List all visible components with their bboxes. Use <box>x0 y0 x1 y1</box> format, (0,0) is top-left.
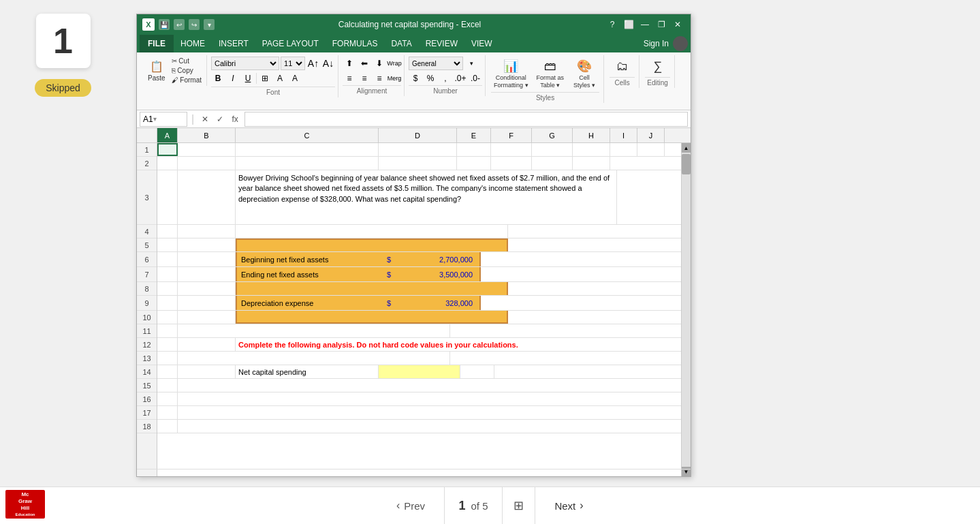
next-button[interactable]: Next › <box>535 487 603 525</box>
col-header-i[interactable]: I <box>610 128 637 142</box>
cell-ref-dropdown[interactable]: ▾ <box>153 115 157 123</box>
menu-page-layout[interactable]: PAGE LAYOUT <box>255 35 326 52</box>
wrap-text-button[interactable]: Wrap <box>388 57 401 70</box>
help-button[interactable]: ? <box>605 17 620 32</box>
menu-home[interactable]: HOME <box>174 35 212 52</box>
col-header-b[interactable]: B <box>178 128 236 142</box>
italic-button[interactable]: I <box>226 72 240 85</box>
dollar1-cell[interactable]: $ <box>379 252 399 266</box>
label1-cell[interactable]: Beginning net fixed assets <box>236 252 379 266</box>
dollar2-cell[interactable]: $ <box>379 267 399 281</box>
col-header-d[interactable]: D <box>379 128 457 142</box>
value1-cell[interactable]: 2,700,000 <box>399 252 481 266</box>
increase-font-button[interactable]: A↑ <box>306 57 320 70</box>
grid-view-button[interactable]: ⊞ <box>503 487 535 525</box>
grid-cell-a1[interactable] <box>157 143 178 156</box>
grid-cell-g1[interactable] <box>532 143 573 156</box>
align-middle-button[interactable]: ⬅ <box>358 57 371 70</box>
font-color-button[interactable]: A <box>288 72 302 85</box>
format-painter-button[interactable]: 🖌 Format <box>170 76 204 84</box>
label3-cell[interactable]: Depreciation expense <box>236 296 379 310</box>
insert-function-button[interactable]: fx <box>228 112 242 126</box>
scroll-thumb[interactable] <box>682 154 691 174</box>
cell-reference-box[interactable]: A1 ▾ <box>140 112 187 127</box>
save-icon[interactable]: 💾 <box>159 19 170 30</box>
conditional-formatting-button[interactable]: 📊 ConditionalFormatting ▾ <box>491 57 531 91</box>
merge-center-button[interactable]: Merg <box>388 72 401 85</box>
align-bottom-button[interactable]: ⬇ <box>373 57 386 70</box>
undo-icon[interactable]: ↩ <box>174 19 185 30</box>
redo-icon[interactable]: ↪ <box>189 19 200 30</box>
format-as-table-button[interactable]: 🗃 Format asTable ▾ <box>534 57 567 91</box>
copy-button[interactable]: ⎘ Copy <box>170 66 204 75</box>
bold-button[interactable]: B <box>211 72 225 85</box>
menu-formulas[interactable]: FORMULAS <box>326 35 385 52</box>
menu-insert[interactable]: INSERT <box>212 35 255 52</box>
maximize-button[interactable]: ❐ <box>654 17 669 32</box>
font-row1: Calibri 11 A↑ A↓ <box>211 57 335 70</box>
styles-group: 📊 ConditionalFormatting ▾ 🗃 Format asTab… <box>487 55 604 103</box>
font-size-select[interactable]: 11 <box>281 57 305 70</box>
col-header-a[interactable]: A <box>157 128 178 142</box>
grid-cell-h1[interactable] <box>573 143 610 156</box>
col-header-h[interactable]: H <box>573 128 610 142</box>
scroll-up-button[interactable]: ▲ <box>682 143 691 153</box>
prev-button[interactable]: ‹ Prev <box>377 487 445 525</box>
formula-input[interactable] <box>244 112 688 127</box>
align-left-button[interactable]: ≡ <box>343 72 356 85</box>
value3-cell[interactable]: 328,000 <box>399 296 481 310</box>
underline-button[interactable]: U <box>241 72 255 85</box>
customize-icon[interactable]: ▾ <box>204 19 215 30</box>
grid-cell-i1[interactable] <box>610 143 637 156</box>
col-header-c[interactable]: C <box>236 128 379 142</box>
ncs-value-cell[interactable] <box>379 365 460 378</box>
row-header-10: 10 <box>137 311 157 324</box>
font-family-select[interactable]: Calibri <box>211 57 279 70</box>
grid-cell-c1[interactable] <box>236 143 379 156</box>
dollar3-cell[interactable]: $ <box>379 296 399 310</box>
grid-cell-e1[interactable] <box>457 143 491 156</box>
paste-button[interactable]: 📋 Paste <box>145 57 168 84</box>
cancel-formula-button[interactable]: ✕ <box>198 112 212 126</box>
align-right-button[interactable]: ≡ <box>373 72 386 85</box>
menu-view[interactable]: VIEW <box>464 35 499 52</box>
increase-decimal-button[interactable]: .0+ <box>454 72 467 85</box>
accounting-button[interactable]: $ <box>409 72 422 85</box>
cells-button[interactable]: 🗂 <box>610 57 635 76</box>
align-top-button[interactable]: ⬆ <box>343 57 356 70</box>
cut-button[interactable]: ✂ Cut <box>170 57 204 65</box>
confirm-formula-button[interactable]: ✓ <box>213 112 227 126</box>
label2-cell[interactable]: Ending net fixed assets <box>236 267 379 281</box>
sign-in-area[interactable]: Sign In <box>644 36 688 51</box>
grid-cell-d1[interactable] <box>379 143 457 156</box>
editing-group: ∑ Editing <box>641 55 675 88</box>
grid-cell-b1[interactable] <box>178 143 236 156</box>
grid-cell-j1[interactable] <box>637 143 665 156</box>
grid-cell-f1[interactable] <box>491 143 532 156</box>
number-expand-button[interactable]: ▾ <box>464 57 478 70</box>
comma-button[interactable]: , <box>439 72 452 85</box>
number-format-select[interactable]: General <box>409 57 463 70</box>
editing-button[interactable]: ∑ <box>646 57 670 76</box>
menu-file[interactable]: FILE <box>140 35 174 52</box>
col-header-e[interactable]: E <box>457 128 491 142</box>
close-button[interactable]: ✕ <box>670 17 685 32</box>
menu-review[interactable]: REVIEW <box>419 35 464 52</box>
minimize-button[interactable]: — <box>637 17 652 32</box>
cell-styles-button[interactable]: 🎨 CellStyles ▾ <box>569 57 599 91</box>
restore-down-button[interactable]: ⬜ <box>621 17 636 32</box>
ncs-label-cell[interactable]: Net capital spending <box>236 365 379 378</box>
align-center-button[interactable]: ≡ <box>358 72 371 85</box>
decrease-decimal-button[interactable]: .0- <box>469 72 482 85</box>
vertical-scrollbar[interactable]: ▲ ▼ <box>681 143 691 476</box>
value2-cell[interactable]: 3,500,000 <box>399 267 481 281</box>
fill-color-button[interactable]: A <box>273 72 287 85</box>
col-header-g[interactable]: G <box>532 128 573 142</box>
percent-button[interactable]: % <box>424 72 437 85</box>
col-header-j[interactable]: J <box>637 128 665 142</box>
decrease-font-button[interactable]: A↓ <box>321 57 335 70</box>
border-button[interactable]: ⊞ <box>258 72 272 85</box>
col-header-f[interactable]: F <box>491 128 532 142</box>
menu-data[interactable]: DATA <box>384 35 418 52</box>
scroll-track[interactable] <box>682 153 691 467</box>
